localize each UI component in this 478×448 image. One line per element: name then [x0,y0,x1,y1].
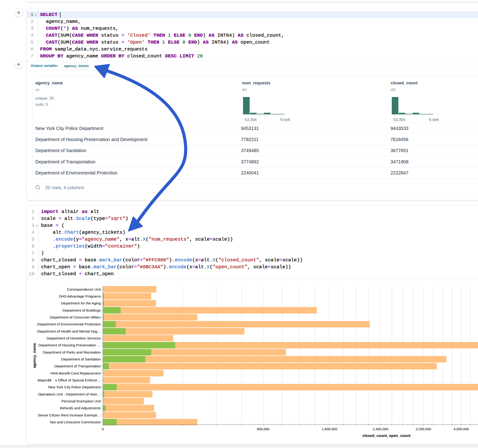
svg-text:Department of Transportation: Department of Transportation [54,364,101,368]
svg-text:Department of Sanitation: Department of Sanitation [61,357,101,361]
svg-text:Department of Environmental Pr: Department of Environmental Protection [37,322,101,326]
svg-text:Taxi and Limousine Commission: Taxi and Limousine Commission [50,420,101,424]
svg-text:3,200,000: 3,200,000 [416,427,431,431]
svg-text:Department of Health and Menta: Department of Health and Mental Hyg… [37,329,101,333]
svg-text:Personal Exemption Unit: Personal Exemption Unit [61,399,101,403]
svg-text:Department of Buildings: Department of Buildings [63,308,101,312]
svg-text:Department of Homeless Service: Department of Homeless Services [47,336,101,340]
svg-text:4,000,000: 4,000,000 [453,427,469,431]
svg-text:HRA Benefit Card Replacement: HRA Benefit Card Replacement [50,371,101,375]
svg-text:New York City Police Departmen: New York City Police Department [48,385,101,389]
svg-text:Operations Unit - Department o: Operations Unit - Department of Hom… [38,392,101,396]
svg-text:closed_count, open_count: closed_count, open_count [362,434,411,438]
svg-text:Department of Parks and Recrea: Department of Parks and Recreation [43,350,101,354]
svg-text:Mayorâ€ s Office of Special En: Mayorâ€ s Office of Special Enforce… [38,378,101,382]
svg-text:Senior Citizen Rent Increase E: Senior Citizen Rent Increase Exempti… [38,413,101,417]
svg-text:1,600,000: 1,600,000 [322,427,337,431]
svg-text:Refunds and Adjustments: Refunds and Adjustments [60,406,101,410]
svg-text:800,000: 800,000 [257,427,269,431]
svg-text:agency_name: agency_name [32,343,37,368]
svg-text:Department of Consumer Affairs: Department of Consumer Affairs [50,315,101,319]
svg-text:0: 0 [102,427,104,431]
svg-text:Correspondence Unit: Correspondence Unit [67,287,101,291]
svg-text:Department for the Aging: Department for the Aging [61,301,101,305]
svg-text:2,400,000: 2,400,000 [373,427,388,431]
svg-text:Department of Housing Preserva: Department of Housing Preservation … [38,343,101,347]
svg-text:DHS Advantage Programs: DHS Advantage Programs [59,294,101,298]
